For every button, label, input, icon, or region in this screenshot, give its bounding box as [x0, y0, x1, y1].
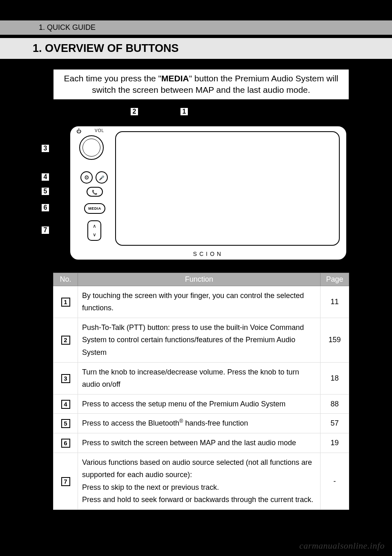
table-row: 6Press to switch the screen between MAP … [53, 433, 349, 453]
number-box: 5 [61, 419, 70, 428]
callout-6: 6 [41, 203, 50, 212]
cell-no: 6 [53, 433, 78, 453]
volume-knob-inner [82, 139, 100, 157]
cell-function: Push-To-Talk (PTT) button: press to use … [78, 318, 321, 362]
touchscreen [115, 131, 340, 246]
volume-knob [79, 135, 104, 160]
th-function: Function [78, 273, 321, 286]
chapter-header: 1. QUICK GUIDE [0, 20, 392, 35]
table-body: 1By touching the screen with your finger… [53, 286, 349, 509]
vol-label: VOL [95, 128, 104, 133]
up-icon: ∧ [88, 224, 100, 229]
cell-no: 1 [53, 286, 78, 318]
seek-updown-button: ∧ ∨ [87, 220, 101, 241]
number-box: 6 [61, 439, 70, 448]
cell-no: 4 [53, 394, 78, 414]
th-no: No. [53, 273, 78, 286]
callout-1: 1 [180, 107, 189, 116]
cell-page: 88 [321, 394, 349, 414]
phone-button: 📞 [87, 187, 103, 197]
table-row: 5Press to access the Bluetooth® hands-fr… [53, 414, 349, 433]
callout-2: 2 [130, 107, 139, 116]
cell-page: 19 [321, 433, 349, 453]
info-bold: MEDIA [161, 74, 189, 83]
th-page: Page [321, 273, 349, 286]
info-box: Each time you press the "MEDIA" button t… [53, 69, 349, 100]
page-title-text: 1. OVERVIEW OF BUTTONS [33, 42, 179, 54]
table-row: 1By touching the screen with your finger… [53, 286, 349, 318]
down-icon: ∨ [88, 232, 100, 238]
table-row: 4Press to access the setup menu of the P… [53, 394, 349, 414]
callout-3: 3 [41, 144, 50, 153]
table-row: 7Various functions based on audio source… [53, 453, 349, 509]
audio-device: ⏻ VOL ⚙ 🎤 📞 MEDIA ∧ ∨ SCION [69, 126, 347, 260]
number-box: 2 [61, 336, 70, 345]
page-title: 1. OVERVIEW OF BUTTONS [0, 38, 392, 59]
mic-icon: 🎤 [99, 175, 105, 180]
cell-no: 7 [53, 453, 78, 509]
cell-page: 159 [321, 318, 349, 362]
cell-function: Various functions based on audio source … [78, 453, 321, 509]
cell-page: 11 [321, 286, 349, 318]
callout-4: 4 [41, 173, 50, 182]
cell-no: 5 [53, 414, 78, 433]
media-button: MEDIA [84, 203, 105, 214]
chapter-header-text: 1. QUICK GUIDE [39, 23, 96, 32]
cell-function: Turn the knob to increase/decrease volum… [78, 362, 321, 394]
watermark: carmanualsonline.info [299, 540, 385, 551]
media-label: MEDIA [88, 206, 101, 211]
cell-page: 57 [321, 414, 349, 433]
cell-page: 18 [321, 362, 349, 394]
cell-function: By touching the screen with your finger,… [78, 286, 321, 318]
table-row: 2Push-To-Talk (PTT) button: press to use… [53, 318, 349, 362]
device-diagram: 2 1 3 4 5 6 7 ⏻ VOL ⚙ 🎤 [41, 107, 353, 262]
brand-label: SCION [193, 251, 223, 257]
phone-icon: 📞 [92, 190, 98, 195]
functions-table-wrap: No. Function Page 1By touching the scree… [53, 273, 349, 510]
divider-strip [0, 35, 392, 38]
settings-button: ⚙ [80, 171, 93, 184]
functions-table: No. Function Page 1By touching the scree… [53, 273, 349, 510]
cell-no: 3 [53, 362, 78, 394]
gear-icon: ⚙ [84, 174, 89, 181]
cell-function: Press to access the setup menu of the Pr… [78, 394, 321, 414]
table-row: 3Turn the knob to increase/decrease volu… [53, 362, 349, 394]
power-icon: ⏻ [76, 128, 81, 134]
cell-no: 2 [53, 318, 78, 362]
content-area: Each time you press the "MEDIA" button t… [0, 69, 392, 510]
number-box: 4 [61, 400, 70, 409]
top-black-spacer [0, 0, 392, 20]
number-box: 7 [61, 477, 70, 486]
number-box: 1 [61, 298, 70, 307]
cell-function: Press to access the Bluetooth® hands-fre… [78, 414, 321, 433]
cell-function: Press to switch the screen between MAP a… [78, 433, 321, 453]
info-prefix: Each time you press the " [64, 74, 161, 83]
cell-page: - [321, 453, 349, 509]
number-box: 3 [61, 374, 70, 383]
ptt-button: 🎤 [96, 171, 108, 184]
callout-7: 7 [41, 226, 50, 235]
callout-5: 5 [41, 187, 50, 196]
